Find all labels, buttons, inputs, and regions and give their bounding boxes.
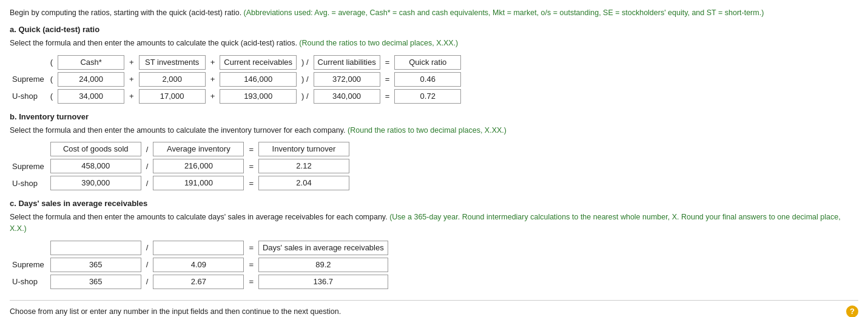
footer-text: Choose from any list or enter any number… — [10, 307, 341, 316]
abbreviations-text: (Abbreviations used: Avg. = average, Cas… — [244, 8, 764, 17]
section-a-title: a. Quick (acid-test) ratio — [10, 25, 858, 34]
supreme-open-paren: ( — [48, 71, 55, 88]
days-sales-result-header: Days' sales in average receivables — [258, 241, 388, 255]
help-icon[interactable]: ? — [846, 305, 858, 317]
empty-label-b — [10, 141, 48, 158]
equals-op-1: = — [383, 54, 392, 71]
ushop-open-paren: ( — [48, 88, 55, 105]
section-a-instruction-green: (Round the ratios to two decimal places,… — [299, 39, 458, 47]
supreme-div-b: / — [144, 158, 151, 175]
section-c-title: c. Days' sales in average receivables — [10, 199, 858, 208]
section-c-instruction: Select the formula and then enter the am… — [10, 212, 858, 235]
supreme-curr-rec[interactable]: 146,000 — [220, 72, 297, 87]
quick-ratio-header: Quick ratio — [394, 55, 461, 70]
empty-label-cell — [10, 54, 48, 71]
supreme-days-val2[interactable]: 4.09 — [153, 258, 244, 272]
div-op-b: / — [144, 141, 151, 158]
supreme-avg-inv[interactable]: 216,000 — [153, 159, 244, 173]
supreme-div: ) / — [299, 71, 311, 88]
eq-op-c-header: = — [246, 239, 256, 256]
ushop-label-a: U-shop — [10, 88, 48, 105]
days-sales-table: / = Days' sales in average receivables S… — [10, 239, 391, 290]
supreme-st-inv[interactable]: 2,000 — [139, 72, 206, 87]
ushop-eq-b: = — [246, 175, 256, 192]
ushop-st-inv[interactable]: 17,000 — [139, 89, 206, 104]
ushop-eq-c: = — [246, 273, 256, 290]
supreme-eq-c: = — [246, 256, 256, 273]
ushop-days-val2[interactable]: 2.67 — [153, 275, 244, 289]
ushop-div-b: / — [144, 175, 151, 192]
supreme-eq-b: = — [246, 158, 256, 175]
ushop-div-c: / — [144, 273, 151, 290]
ushop-plus-1: + — [127, 88, 136, 105]
cash-header: Cash* — [58, 55, 124, 70]
div-op-c: / — [144, 239, 151, 256]
section-b-instruction-green: (Round the ratios to two decimal places,… — [348, 126, 506, 135]
supreme-plus-1: + — [127, 71, 136, 88]
supreme-curr-liab[interactable]: 372,000 — [314, 72, 380, 87]
ushop-inv-turnover[interactable]: 2.04 — [258, 176, 349, 190]
supreme-eq: = — [383, 71, 392, 88]
ushop-days-val1[interactable]: 365 — [50, 275, 141, 289]
ushop-div: ) / — [299, 88, 311, 105]
avg-inventory-header: Average inventory — [153, 142, 244, 156]
st-investments-header: ST investments — [139, 55, 206, 70]
current-receivables-header: Current receivables — [220, 55, 297, 70]
ushop-cost-goods[interactable]: 390,000 — [50, 176, 141, 190]
section-b-title: b. Inventory turnover — [10, 112, 858, 121]
footer: Choose from any list or enter any number… — [10, 300, 858, 317]
supreme-label-b: Supreme — [10, 158, 48, 175]
quick-ratio-table: ( Cash* + ST investments + Current recei… — [10, 54, 463, 105]
ushop-curr-rec[interactable]: 193,000 — [220, 89, 297, 104]
current-liabilities-header: Current liabilities — [314, 55, 380, 70]
section-a-instruction: Select the formula and then enter the am… — [10, 38, 858, 49]
supreme-days-val1[interactable]: 365 — [50, 258, 141, 272]
ushop-days-result[interactable]: 136.7 — [258, 275, 388, 289]
days-col2-header — [153, 241, 244, 255]
ushop-label-c: U-shop — [10, 273, 48, 290]
inv-turnover-header: Inventory turnover — [258, 142, 349, 156]
ushop-label-b: U-shop — [10, 175, 48, 192]
close-paren-divslash: ) / — [299, 54, 311, 71]
supreme-cost-goods[interactable]: 458,000 — [50, 159, 141, 173]
plus-op-1: + — [127, 54, 136, 71]
ushop-plus-2: + — [208, 88, 218, 105]
inventory-turnover-table: Cost of goods sold / Average inventory =… — [10, 141, 352, 192]
open-paren-header: ( — [48, 54, 55, 71]
supreme-label-a: Supreme — [10, 71, 48, 88]
supreme-plus-2: + — [208, 71, 218, 88]
empty-label-c — [10, 239, 48, 256]
ushop-avg-inv[interactable]: 191,000 — [153, 176, 244, 190]
ushop-eq: = — [383, 88, 392, 105]
plus-op-2: + — [208, 54, 218, 71]
supreme-quick-ratio[interactable]: 0.46 — [394, 72, 461, 87]
supreme-inv-turnover[interactable]: 2.12 — [258, 159, 349, 173]
supreme-cash[interactable]: 24,000 — [58, 72, 124, 87]
supreme-div-c: / — [144, 256, 151, 273]
cost-goods-header: Cost of goods sold — [50, 142, 141, 156]
supreme-days-result[interactable]: 89.2 — [258, 258, 388, 272]
intro-text: Begin by computing the ratios, starting … — [10, 7, 858, 19]
supreme-label-c: Supreme — [10, 256, 48, 273]
eq-op-b-header: = — [246, 141, 256, 158]
ushop-cash[interactable]: 34,000 — [58, 89, 124, 104]
ushop-quick-ratio[interactable]: 0.72 — [394, 89, 461, 104]
section-b-instruction: Select the formula and then enter the am… — [10, 125, 858, 136]
ushop-curr-liab[interactable]: 340,000 — [314, 89, 380, 104]
days-col1-header — [50, 241, 141, 255]
